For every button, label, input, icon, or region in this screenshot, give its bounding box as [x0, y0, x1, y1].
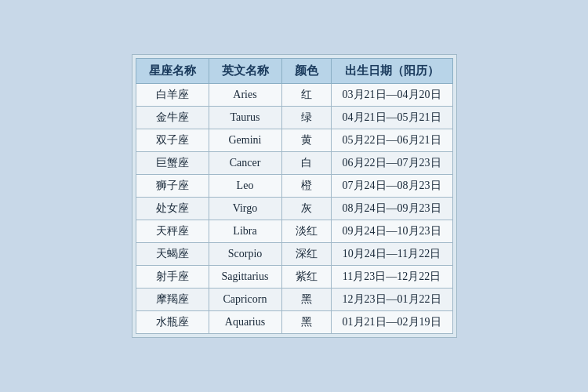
table-body: 白羊座Aries红03月21日—04月20日金牛座Taurus绿04月21日—0… [136, 84, 452, 334]
chinese-name-cell: 水瓶座 [136, 311, 209, 334]
english-name-cell: Taurus [209, 107, 281, 129]
color-cell: 黄 [281, 129, 331, 152]
chinese-name-cell: 天蝎座 [136, 243, 209, 266]
english-name-cell: Sagittarius [209, 266, 281, 289]
chinese-name-cell: 处女座 [136, 198, 209, 220]
color-cell: 黑 [281, 289, 331, 311]
color-cell: 淡红 [281, 220, 331, 243]
header-english-name: 英文名称 [209, 59, 281, 84]
dates-cell: 11月23日—12月22日 [331, 266, 452, 289]
color-cell: 橙 [281, 175, 331, 198]
color-cell: 紫红 [281, 266, 331, 289]
header-color: 颜色 [281, 59, 331, 84]
table-row: 巨蟹座Cancer白06月22日—07月23日 [136, 152, 452, 175]
dates-cell: 01月21日—02月19日 [331, 311, 452, 334]
zodiac-table: 星座名称 英文名称 颜色 出生日期（阳历） 白羊座Aries红03月21日—04… [136, 58, 453, 334]
chinese-name-cell: 金牛座 [136, 107, 209, 129]
table-row: 射手座Sagittarius紫红11月23日—12月22日 [136, 266, 452, 289]
english-name-cell: Gemini [209, 129, 281, 152]
dates-cell: 08月24日—09月23日 [331, 198, 452, 220]
english-name-cell: Cancer [209, 152, 281, 175]
english-name-cell: Scorpio [209, 243, 281, 266]
header-chinese-name: 星座名称 [136, 59, 209, 84]
table-row: 水瓶座Aquarius黑01月21日—02月19日 [136, 311, 452, 334]
chinese-name-cell: 双子座 [136, 129, 209, 152]
table-header-row: 星座名称 英文名称 颜色 出生日期（阳历） [136, 59, 452, 84]
english-name-cell: Aries [209, 84, 281, 107]
english-name-cell: Aquarius [209, 311, 281, 334]
dates-cell: 06月22日—07月23日 [331, 152, 452, 175]
english-name-cell: Virgo [209, 198, 281, 220]
table-row: 摩羯座Capricorn黑12月23日—01月22日 [136, 289, 452, 311]
color-cell: 深红 [281, 243, 331, 266]
dates-cell: 12月23日—01月22日 [331, 289, 452, 311]
table-row: 天蝎座Scorpio深红10月24日—11月22日 [136, 243, 452, 266]
table-row: 狮子座Leo橙07月24日—08月23日 [136, 175, 452, 198]
chinese-name-cell: 天秤座 [136, 220, 209, 243]
zodiac-table-wrapper: 星座名称 英文名称 颜色 出生日期（阳历） 白羊座Aries红03月21日—04… [132, 54, 457, 338]
table-row: 天秤座Libra淡红09月24日—10月23日 [136, 220, 452, 243]
dates-cell: 09月24日—10月23日 [331, 220, 452, 243]
color-cell: 绿 [281, 107, 331, 129]
english-name-cell: Leo [209, 175, 281, 198]
dates-cell: 05月22日—06月21日 [331, 129, 452, 152]
color-cell: 灰 [281, 198, 331, 220]
table-row: 双子座Gemini黄05月22日—06月21日 [136, 129, 452, 152]
chinese-name-cell: 白羊座 [136, 84, 209, 107]
color-cell: 红 [281, 84, 331, 107]
chinese-name-cell: 射手座 [136, 266, 209, 289]
color-cell: 黑 [281, 311, 331, 334]
table-row: 白羊座Aries红03月21日—04月20日 [136, 84, 452, 107]
dates-cell: 03月21日—04月20日 [331, 84, 452, 107]
chinese-name-cell: 摩羯座 [136, 289, 209, 311]
english-name-cell: Capricorn [209, 289, 281, 311]
dates-cell: 04月21日—05月21日 [331, 107, 452, 129]
english-name-cell: Libra [209, 220, 281, 243]
color-cell: 白 [281, 152, 331, 175]
dates-cell: 07月24日—08月23日 [331, 175, 452, 198]
header-dates: 出生日期（阳历） [331, 59, 452, 84]
chinese-name-cell: 巨蟹座 [136, 152, 209, 175]
table-row: 处女座Virgo灰08月24日—09月23日 [136, 198, 452, 220]
table-row: 金牛座Taurus绿04月21日—05月21日 [136, 107, 452, 129]
dates-cell: 10月24日—11月22日 [331, 243, 452, 266]
chinese-name-cell: 狮子座 [136, 175, 209, 198]
